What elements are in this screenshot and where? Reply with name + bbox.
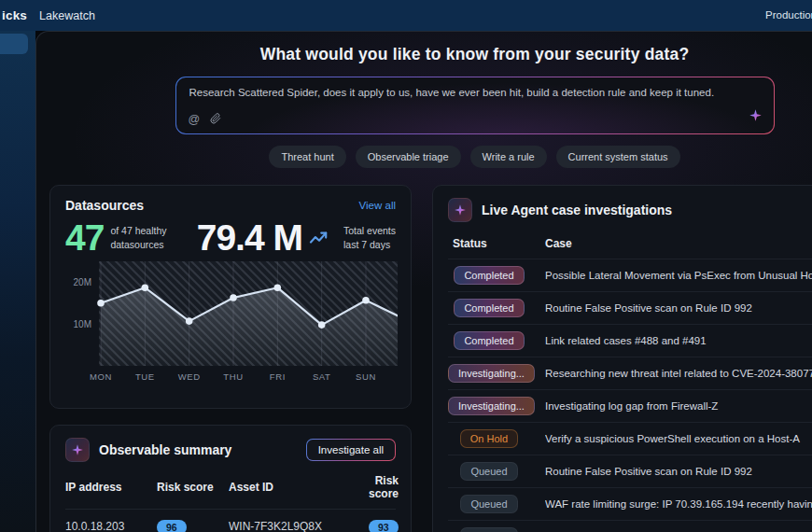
- observable-summary-card: Observable summary Investigate all IP ad…: [49, 425, 412, 532]
- live-agent-title: Live Agent case investigations: [482, 203, 672, 217]
- paperclip-icon: [210, 113, 221, 127]
- top-bar: icks Lakewatch Production: [0, 0, 812, 31]
- svg-text:20M: 20M: [74, 277, 91, 287]
- datasources-stats: 47 of 47 healthy datasources 79.4 M: [65, 221, 396, 254]
- observable-row[interactable]: 10.0.18.203 96 WIN-7F3K2L9Q8X 93: [65, 509, 396, 532]
- case-row[interactable]: Investigating... Researching new threat …: [448, 357, 812, 389]
- total-events-stat: 79.4 M Total events last 7 days: [197, 221, 396, 254]
- datasources-card: Datasources View all 47 of 47 healthy da…: [49, 185, 412, 409]
- investigate-all-button[interactable]: Investigate all: [306, 439, 396, 461]
- col-asset-id: Asset ID: [229, 481, 369, 502]
- view-all-link[interactable]: View all: [359, 200, 396, 211]
- mention-button[interactable]: @: [189, 114, 201, 126]
- case-title: Investigating log gap from Firewall-Z: [545, 400, 812, 412]
- status-badge: Completed: [454, 266, 524, 285]
- page-title: What would you like to know from your se…: [36, 45, 812, 64]
- sidebar: [0, 31, 35, 532]
- main-panel: What would you like to know from your se…: [35, 31, 812, 532]
- trend-up-icon: [309, 230, 329, 246]
- svg-text:SUN: SUN: [356, 371, 376, 382]
- observable-rows: 10.0.18.203 96 WIN-7F3K2L9Q8X 93: [65, 509, 396, 532]
- status-badge: Queued: [460, 462, 517, 481]
- sparkle-icon: [749, 111, 763, 125]
- case-row[interactable]: Queued WAF rate limiting surge: IP 70.39…: [448, 487, 812, 520]
- col-risk-score-asset: Risk score: [369, 474, 404, 509]
- product-name: Lakewatch: [39, 9, 95, 22]
- cases-table-header: Status Case: [448, 231, 812, 259]
- observable-header: Observable summary Investigate all: [65, 438, 396, 462]
- events-chart: 10M20MMONTUEWEDTHUFRISATSUN: [65, 261, 398, 385]
- total-events-caption: Total events last 7 days: [343, 224, 396, 250]
- observable-title: Observable summary: [99, 442, 231, 457]
- case-title: Routine False Positive scan on Rule ID 9…: [545, 466, 812, 477]
- submit-sparkle-button[interactable]: [749, 108, 763, 125]
- status-badge: Queued: [460, 527, 517, 532]
- datasources-header: Datasources View all: [65, 198, 396, 213]
- ip-value: 10.0.18.203: [65, 520, 157, 532]
- case-row[interactable]: Completed Possible Lateral Movement via …: [448, 259, 812, 291]
- case-title: Routine False Positive scan on Rule ID 9…: [545, 302, 812, 314]
- svg-text:THU: THU: [223, 371, 243, 382]
- svg-text:SAT: SAT: [313, 371, 331, 382]
- suggestion-chips: Threat hunt Observable triage Write a ru…: [36, 146, 812, 168]
- healthy-count: 47: [65, 221, 104, 254]
- asset-risk-badge: 93: [369, 520, 399, 532]
- case-row[interactable]: Queued Routine False Positive scan on Ru…: [448, 455, 812, 487]
- events-chart-box: 10M20MMONTUEWEDTHUFRISATSUN: [65, 261, 396, 388]
- prompt-toolbar: @: [189, 113, 222, 127]
- svg-text:WED: WED: [178, 371, 201, 382]
- col-status: Status: [448, 231, 530, 259]
- case-title: Verify a suspicious PowerShell execution…: [545, 433, 812, 444]
- right-column: Live Agent case investigations Status Ca…: [432, 185, 812, 532]
- suggestion-chip[interactable]: Write a rule: [470, 146, 547, 168]
- brand-logo-partial: icks: [2, 8, 27, 22]
- live-agent-header: Live Agent case investigations: [448, 198, 812, 222]
- svg-text:FRI: FRI: [270, 371, 286, 382]
- case-rows: Completed Possible Lateral Movement via …: [448, 259, 812, 532]
- prompt-box-border: Research Scattered Spider, does it apply…: [175, 77, 775, 134]
- suggestion-chip[interactable]: Current system status: [556, 146, 680, 168]
- status-badge: Completed: [454, 299, 524, 317]
- case-row[interactable]: Investigating... Investigating log gap f…: [448, 389, 812, 422]
- at-icon: @: [189, 114, 201, 126]
- svg-text:10M: 10M: [74, 319, 91, 329]
- col-ip-address: IP address: [65, 481, 157, 502]
- prompt-value: Research Scattered Spider, does it apply…: [189, 87, 761, 98]
- status-badge: Investigating...: [448, 397, 535, 415]
- app-window: icks Lakewatch Production What would you…: [0, 0, 812, 532]
- observable-table: IP address Risk score Asset ID Risk scor…: [65, 474, 396, 532]
- case-title: Link related cases #488 and #491: [545, 335, 812, 346]
- case-title: Researching new threat intel related to …: [545, 368, 812, 379]
- agent-sparkle-icon: [448, 198, 472, 222]
- prompt-input[interactable]: Research Scattered Spider, does it apply…: [176, 77, 774, 133]
- case-row[interactable]: Queued Multi-technique threat campaign: …: [448, 520, 812, 532]
- status-badge: On Hold: [460, 429, 518, 448]
- case-row[interactable]: On Hold Verify a suspicious PowerShell e…: [448, 422, 812, 455]
- left-column: Datasources View all 47 of 47 healthy da…: [49, 185, 412, 532]
- svg-text:MON: MON: [90, 371, 112, 382]
- suggestion-chip[interactable]: Observable triage: [356, 146, 461, 168]
- sidebar-item-selected[interactable]: [0, 34, 28, 54]
- col-risk-score-ip: Risk score: [157, 481, 229, 502]
- observable-table-header: IP address Risk score Asset ID Risk scor…: [65, 474, 396, 509]
- attach-button[interactable]: [210, 113, 221, 127]
- case-row[interactable]: Completed Link related cases #488 and #4…: [448, 324, 812, 357]
- total-events-value: 79.4 M: [197, 221, 302, 254]
- case-title: Possible Lateral Movement via PsExec fro…: [545, 270, 812, 281]
- dashboard-grid: Datasources View all 47 of 47 healthy da…: [49, 185, 812, 532]
- status-badge: Investigating...: [448, 364, 535, 383]
- status-badge: Completed: [454, 331, 524, 350]
- case-title: WAF rate limiting surge: IP 70.39.165.19…: [545, 498, 812, 510]
- asset-value: WIN-7F3K2L9Q8X: [229, 520, 369, 532]
- environment-selector[interactable]: Production: [765, 9, 812, 21]
- col-case: Case: [545, 231, 812, 259]
- svg-text:TUE: TUE: [135, 371, 155, 382]
- suggestion-chip[interactable]: Threat hunt: [269, 146, 345, 168]
- datasources-title: Datasources: [65, 198, 144, 213]
- ip-risk-badge: 96: [157, 520, 187, 532]
- case-row[interactable]: Completed Routine False Positive scan on…: [448, 291, 812, 324]
- healthy-caption: of 47 healthy datasources: [110, 224, 166, 250]
- viewport: icks Lakewatch Production What would you…: [0, 0, 812, 532]
- cases-table: Status Case Completed Possible Lateral M…: [448, 231, 812, 532]
- agent-sparkle-icon: [65, 438, 90, 462]
